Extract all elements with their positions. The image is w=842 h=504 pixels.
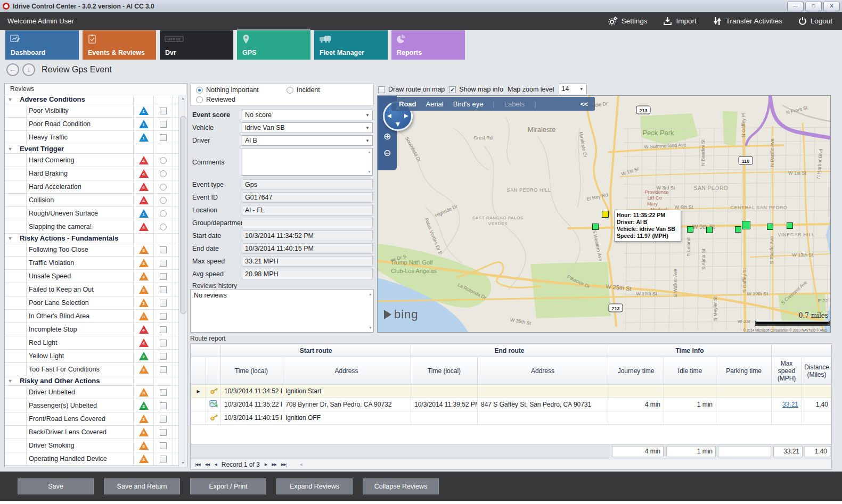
tab-events-reviews[interactable]: Events & Reviews <box>83 30 156 60</box>
column-header[interactable]: Journey time <box>608 357 664 385</box>
back-button[interactable]: ← <box>6 63 19 76</box>
zoom-out-icon[interactable]: ⊖ <box>378 147 397 159</box>
tree-item[interactable]: Poor Road Condition1 <box>5 118 179 131</box>
tree-item[interactable]: In Other's Blind Area3 <box>5 310 179 323</box>
column-header[interactable]: Distance (Miles) <box>802 357 832 385</box>
route-point-marker[interactable] <box>706 227 713 233</box>
settings-button[interactable]: Settings <box>608 16 648 26</box>
tree-item[interactable]: Poor Visibility1 <box>5 104 179 118</box>
chevron-down-icon[interactable]: ▼ <box>365 110 370 120</box>
ignition-key-icon[interactable] <box>206 385 221 398</box>
zoom-in-icon[interactable]: ⊕ <box>378 131 397 142</box>
radio-nothing-important[interactable]: Nothing important <box>196 86 259 94</box>
max-speed-link[interactable]: 33.21 <box>782 401 798 408</box>
checkbox-icon[interactable] <box>378 86 385 93</box>
tree-item[interactable]: Collision4 <box>5 194 179 207</box>
map-view-road[interactable]: Road <box>399 100 416 108</box>
event-score-select[interactable]: No score▼ <box>242 110 373 120</box>
next-page-record-button[interactable]: ▶▶ <box>272 462 276 467</box>
tree-item[interactable]: Red Light4 <box>5 336 179 350</box>
tree-item[interactable]: Heavy Traffic1 <box>5 131 179 144</box>
scroll-down-icon[interactable]: ▼ <box>367 170 371 173</box>
route-row[interactable]: 10/3/2014 11:35:22 PM708 Bynner Dr, San … <box>191 398 832 411</box>
scroll-down-icon[interactable]: ▼ <box>179 459 187 467</box>
reviews-scrollbar[interactable]: ▲ ▼ <box>178 95 187 467</box>
comments-textarea[interactable]: ▲ ▼ <box>242 148 373 176</box>
checkbox-icon[interactable] <box>160 286 167 293</box>
checkbox-icon[interactable] <box>160 121 167 128</box>
tree-item[interactable]: Hard Acceleration4 <box>5 180 179 194</box>
checkbox-icon[interactable] <box>160 442 167 449</box>
map-view-aerial[interactable]: Aerial <box>426 100 444 108</box>
route-point-marker[interactable] <box>592 224 599 230</box>
export-print-button[interactable]: Export / Print <box>190 478 266 494</box>
tree-item[interactable]: Driver Smoking3 <box>5 439 179 452</box>
tree-category[interactable]: ▾Event Trigger <box>5 144 179 154</box>
expand-reviews-button[interactable]: Expand Reviews <box>276 478 353 494</box>
checkbox-icon[interactable] <box>160 340 167 346</box>
maximize-button[interactable]: □ <box>805 2 822 11</box>
chevron-down-icon[interactable]: ▼ <box>579 84 584 95</box>
checkbox-icon[interactable] <box>160 402 167 409</box>
route-point-marker[interactable] <box>735 226 741 233</box>
draw-route-checkbox[interactable]: Draw route on map <box>378 86 445 93</box>
checkbox-icon[interactable] <box>160 456 167 462</box>
tree-item[interactable]: Slapping the camera!4 <box>5 220 179 234</box>
tree-item[interactable]: Incomplete Stop4 <box>5 323 179 336</box>
tree-category[interactable]: ▾Risky and Other Actions <box>5 376 179 386</box>
route-point-marker[interactable] <box>767 224 773 230</box>
prev-record-button[interactable]: ◀ <box>214 462 216 467</box>
column-header[interactable]: Parking time <box>716 357 772 385</box>
tree-item[interactable]: Failed to Keep an Out3 <box>5 283 179 296</box>
collapse-reviews-button[interactable]: Collapse Reviews <box>363 478 439 494</box>
tree-item[interactable]: Front/Road Lens Covered3 <box>5 412 179 426</box>
collapse-arrow-icon[interactable]: ▾ <box>5 146 15 152</box>
tab-dvr[interactable]: MERGEDvr <box>160 30 233 60</box>
tree-item[interactable]: Too Fast For Conditions3 <box>5 363 179 376</box>
radio-icon[interactable] <box>160 224 167 230</box>
tree-item[interactable]: Traffic Violation3 <box>5 257 179 270</box>
checkbox-icon[interactable] <box>160 353 167 360</box>
radio-icon[interactable] <box>160 197 167 204</box>
tab-dashboard[interactable]: Dashboard <box>5 30 79 60</box>
route-point-marker[interactable] <box>602 211 609 218</box>
tree-item[interactable]: Back/Driver Lens Covered3 <box>5 426 179 439</box>
tree-item[interactable]: Hard Braking4 <box>5 167 179 180</box>
hscroll-left-icon[interactable]: ◀ <box>300 462 302 467</box>
checkbox-icon[interactable] <box>160 313 167 320</box>
collapse-arrow-icon[interactable]: ▾ <box>5 378 15 384</box>
map-zoom-select[interactable]: 14 ▼ <box>559 84 587 95</box>
tree-item[interactable]: Rough/Uneven Surface1 <box>5 207 179 220</box>
route-map-icon[interactable] <box>206 398 221 411</box>
route-point-marker[interactable] <box>787 222 793 229</box>
checkbox-icon[interactable] <box>449 86 456 93</box>
tab-reports[interactable]: Reports <box>391 30 465 60</box>
map-canvas[interactable]: Trudie DrN Gaffey PlPeck ParkW Summerlan… <box>377 95 831 333</box>
checkbox-icon[interactable] <box>160 246 167 253</box>
radio-reviewed[interactable]: Reviewed <box>196 96 235 103</box>
scrollbar-thumb[interactable] <box>180 116 186 314</box>
tree-item[interactable]: Driver Unbelted3 <box>5 386 179 399</box>
route-row[interactable]: ▶10/3/2014 11:34:52 PMIgnition Start <box>191 385 832 398</box>
vehicle-select[interactable]: idrive Van SB▼ <box>242 122 373 133</box>
radio-icon[interactable] <box>160 184 167 191</box>
checkbox-icon[interactable] <box>160 429 167 436</box>
route-point-marker[interactable] <box>742 221 750 229</box>
column-header[interactable]: Address <box>282 357 411 385</box>
down-button[interactable]: ↓ <box>22 63 35 76</box>
show-map-info-checkbox[interactable]: Show map info <box>449 86 503 93</box>
tree-category[interactable]: ▾Adverse Conditions <box>5 95 179 104</box>
close-button[interactable]: X <box>823 2 840 11</box>
collapse-arrow-icon[interactable]: ▾ <box>5 96 15 102</box>
radio-icon[interactable] <box>160 210 167 217</box>
prev-page-record-button[interactable]: ◀◀ <box>205 462 210 467</box>
tree-item[interactable]: Passenger(s) Unbelted2 <box>5 399 179 412</box>
radio-icon[interactable] <box>287 87 293 94</box>
route-row[interactable]: 10/3/2014 11:40:15 PMIgnition OFF <box>191 411 832 425</box>
logout-button[interactable]: Logout <box>798 16 832 26</box>
tree-item[interactable]: Poor Lane Selection3 <box>5 296 179 310</box>
checkbox-icon[interactable] <box>160 300 167 307</box>
column-header[interactable]: Time (local) <box>221 357 282 385</box>
column-header[interactable]: Time (local) <box>411 357 478 385</box>
chevron-down-icon[interactable]: ▼ <box>365 136 370 145</box>
